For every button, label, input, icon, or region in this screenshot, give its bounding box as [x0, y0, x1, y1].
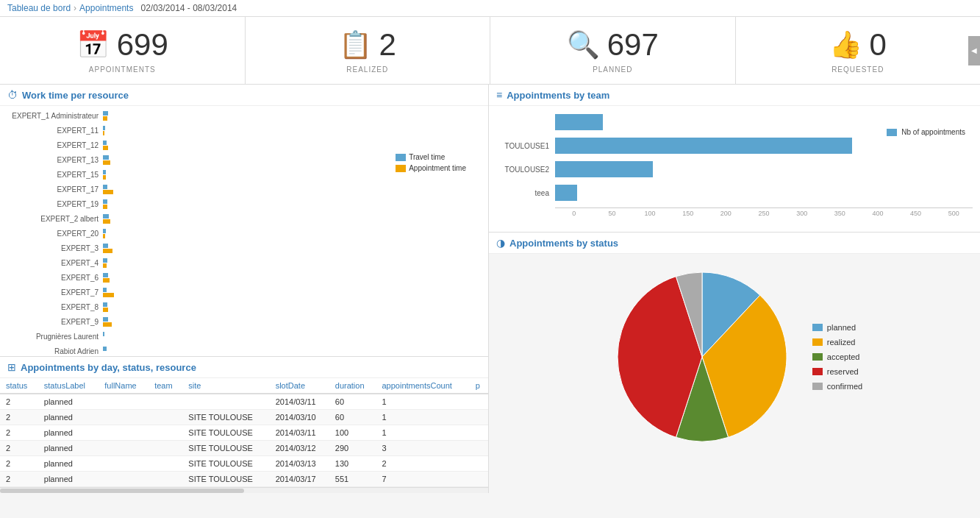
pie-legend-item: confirmed [812, 382, 862, 391]
hbar-bars [103, 332, 481, 341]
hbar-label: EXPERT_6 [7, 274, 103, 282]
team-tick: 400 [859, 210, 897, 217]
kpi-realized: 📋 2 REALIZED [246, 17, 491, 84]
hbar-label: EXPERT_4 [7, 259, 103, 267]
table-section: ⊞ Appointments by day, status, resource … [0, 356, 488, 493]
pie-icon: ◑ [496, 237, 505, 249]
hbar-label: EXPERT_3 [7, 244, 103, 252]
td-duration: 100 [329, 425, 376, 441]
kpi-realized-number: 2 [379, 27, 396, 63]
td-duration: 60 [329, 394, 376, 410]
col-site[interactable]: site [182, 378, 269, 394]
hbar-row: EXPERT_20 [7, 227, 481, 240]
calendar-icon: 📅 [76, 29, 110, 60]
td-site: SITE TOULOUSE [182, 472, 269, 487]
col-slotdate[interactable]: slotDate [270, 378, 329, 394]
hbar-blue [103, 229, 106, 233]
collapse-button[interactable]: ◀ [968, 36, 980, 65]
pie-legend-color [812, 338, 823, 346]
col-count[interactable]: appointmentsCount [376, 378, 469, 394]
team-tick: 250 [745, 210, 783, 217]
breadcrumb-parent[interactable]: Tableau de bord [7, 3, 71, 13]
hbar-orange [103, 249, 112, 253]
hbar-bars [103, 273, 481, 283]
td-team [149, 456, 182, 472]
hbar-blue [103, 288, 107, 292]
td-statuslabel: planned [38, 425, 99, 441]
pie-legend-color [812, 353, 823, 361]
pie-legend-label: reserved [827, 367, 859, 376]
col-p[interactable]: p [470, 378, 488, 394]
col-duration[interactable]: duration [329, 378, 376, 394]
table-icon: ⊞ [7, 361, 16, 373]
kpi-requested-label: REQUESTED [831, 65, 884, 74]
col-fullname[interactable]: fullName [99, 378, 149, 394]
td-statuslabel: planned [38, 456, 99, 472]
td-duration: 130 [329, 456, 376, 472]
hbar-label: Prugnières Laurent [7, 333, 103, 341]
breadcrumb-current[interactable]: Appointments [79, 3, 133, 13]
pie-container: planned realized accepted reserved confi… [489, 254, 980, 460]
hbar-label: Rabiot Adrien [7, 347, 103, 355]
team-tick: 300 [783, 210, 821, 217]
td-site: SITE TOULOUSE [182, 425, 269, 441]
team-label: teea [496, 189, 555, 197]
hbar-bars [103, 141, 481, 150]
hbar-bars [103, 214, 481, 224]
hbar-bars [103, 244, 481, 253]
hbar-label: EXPERT_8 [7, 303, 103, 311]
hbar-row: EXPERT_19 [7, 197, 481, 210]
hbar-orange [103, 205, 107, 209]
table-scroll[interactable]: status statusLabel fullName team site sl… [0, 378, 488, 487]
td-count: 2 [376, 456, 469, 472]
td-statuslabel: planned [38, 394, 99, 410]
pie-legend-color [812, 383, 823, 390]
hbar-orange [103, 234, 105, 238]
hbar-bars [103, 185, 481, 194]
hbar-bars [103, 288, 481, 297]
table-scrollbar[interactable] [0, 487, 488, 493]
breadcrumb: Tableau de bord › Appointments 02/03/201… [0, 0, 980, 17]
td-p [470, 472, 488, 487]
pie-legend-item: reserved [812, 367, 862, 376]
hbar-bars [103, 229, 481, 238]
kpi-planned: 🔍 697 PLANNED [490, 17, 736, 84]
td-slotdate: 2014/03/10 [270, 410, 329, 425]
td-team [149, 425, 182, 441]
hbar-row: EXPERT_7 [7, 285, 481, 299]
hbar-row: EXPERT_9 [7, 315, 481, 328]
td-p [470, 425, 488, 441]
pie-legend-item: planned [812, 323, 862, 332]
kpi-requested: 👍 0 REQUESTED ◀ [736, 17, 981, 84]
breadcrumb-sep: › [74, 3, 76, 13]
col-statuslabel[interactable]: statusLabel [38, 378, 99, 394]
td-count: 3 [376, 441, 469, 456]
table-wrapper[interactable]: status statusLabel fullName team site sl… [0, 378, 488, 493]
hbar-orange [103, 278, 110, 283]
kpi-planned-label: PLANNED [593, 65, 632, 74]
left-panel: ⏱ Work time per resource EXPERT_1 Admini… [0, 85, 489, 493]
table-header: ⊞ Appointments by day, status, resource [0, 357, 488, 378]
hbar-bars [103, 347, 481, 356]
team-label: TOULOUSE1 [496, 142, 555, 150]
td-status: 2 [0, 410, 38, 425]
team-label: TOULOUSE2 [496, 166, 555, 174]
team-tick: 100 [631, 210, 669, 217]
team-section: ≡ Appointments by team TOULOUSE1 TOULOUS… [489, 85, 980, 233]
hbar-row: EXPERT_3 [7, 241, 481, 255]
td-site: SITE TOULOUSE [182, 410, 269, 425]
hbar-row: Prugnières Laurent [7, 330, 481, 343]
hbar-bars [103, 111, 481, 121]
hbar-orange [103, 322, 112, 327]
td-status: 2 [0, 441, 38, 456]
col-team[interactable]: team [149, 378, 182, 394]
table-row: 2 planned SITE TOULOUSE 2014/03/13 130 2 [0, 456, 488, 472]
clock-icon: ⏱ [7, 89, 18, 101]
pie-legend-item: accepted [812, 352, 862, 361]
team-bar-row: TOULOUSE2 [496, 160, 973, 178]
td-p [470, 441, 488, 456]
table-header-row: status statusLabel fullName team site sl… [0, 378, 488, 394]
col-status[interactable]: status [0, 378, 38, 394]
hbar-orange [103, 263, 107, 268]
td-site [182, 394, 269, 410]
